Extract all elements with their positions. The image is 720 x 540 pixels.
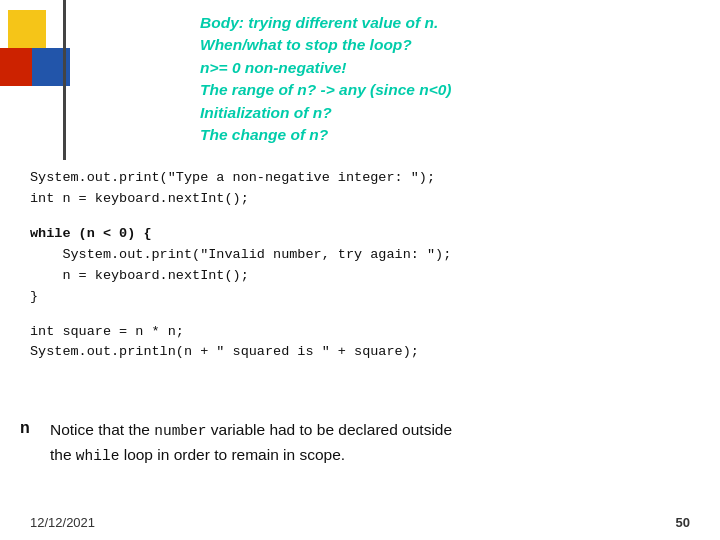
header-line-6: The change of n? [200,124,700,146]
note-text-before: Notice that the [50,421,154,438]
header-line-2: When/what to stop the loop? [200,34,700,56]
code-line-3: System.out.print("Invalid number, try ag… [30,245,700,266]
code-line-2: int n = keyboard.nextInt(); [30,189,700,210]
note-section: n Notice that the number variable had to… [20,418,700,468]
code-block-2: while (n < 0) { System.out.print("Invali… [30,224,700,308]
code-while-line: while (n < 0) { [30,224,700,245]
header-line-1: Body: trying different value of n. [200,12,700,34]
code-line-1: System.out.print("Type a non-negative in… [30,168,700,189]
header-text: Body: trying different value of n. When/… [200,12,700,147]
vertical-line [63,0,66,160]
header-line-4: The range of n? -> any (since n<0) [200,79,700,101]
note-text: Notice that the number variable had to b… [50,418,452,468]
yellow-square [8,10,46,48]
code-line-6: int square = n * n; [30,322,700,343]
code-line-5: } [30,287,700,308]
note-text-after: loop in order to remain in scope. [119,446,345,463]
note-code-while: while [76,448,120,464]
code-line-7: System.out.println(n + " squared is " + … [30,342,700,363]
note-code-number: number [154,423,206,439]
code-block-1: System.out.print("Type a non-negative in… [30,168,700,210]
slide: Body: trying different value of n. When/… [0,0,720,540]
corner-decoration [0,0,70,110]
code-section: System.out.print("Type a non-negative in… [30,168,700,363]
code-line-4: n = keyboard.nextInt(); [30,266,700,287]
bullet-point: n [20,419,38,437]
code-block-3: int square = n * n; System.out.println(n… [30,322,700,364]
footer: 12/12/2021 50 [30,515,690,530]
header-line-5: Initialization of n? [200,102,700,124]
header-line-3: n>= 0 non-negative! [200,57,700,79]
footer-page: 50 [676,515,690,530]
footer-date: 12/12/2021 [30,515,95,530]
